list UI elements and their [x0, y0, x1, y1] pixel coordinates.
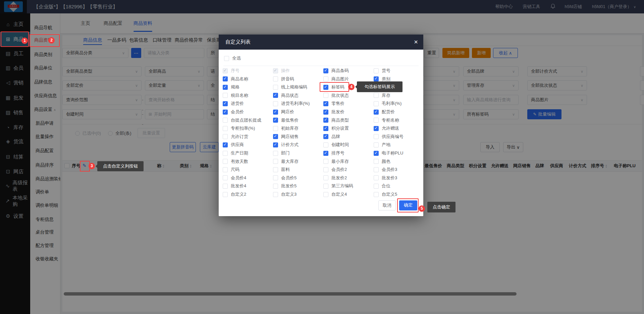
column-option[interactable]: 允许赠送: [374, 125, 399, 131]
column-option[interactable]: 操作: [273, 68, 290, 74]
checkbox-icon[interactable]: [223, 126, 228, 131]
checkbox-icon[interactable]: [273, 101, 278, 106]
column-option[interactable]: 批发价2: [323, 175, 347, 181]
checkbox-icon[interactable]: [273, 110, 278, 115]
checkbox-icon[interactable]: [323, 184, 328, 189]
checkbox-icon[interactable]: [223, 68, 228, 73]
column-option[interactable]: 创建时间: [323, 142, 349, 148]
column-option[interactable]: 电子称PLU: [374, 150, 403, 156]
column-option[interactable]: 自定义4: [323, 191, 347, 197]
checkbox-icon[interactable]: [323, 151, 328, 156]
checkbox-icon[interactable]: [223, 93, 228, 98]
column-option[interactable]: 部门: [273, 150, 290, 156]
checkbox-icon[interactable]: [273, 85, 278, 90]
column-option[interactable]: 配货价: [374, 109, 395, 115]
column-option[interactable]: 最大库存: [273, 159, 299, 165]
column-option[interactable]: 自定义3: [273, 191, 297, 197]
checkbox-icon[interactable]: [273, 142, 278, 147]
checkbox-icon[interactable]: [273, 118, 278, 123]
checkbox-icon[interactable]: [223, 151, 228, 156]
column-option[interactable]: 允许订货: [223, 134, 248, 140]
checkbox-icon[interactable]: [323, 76, 328, 81]
column-option[interactable]: 商品状态: [273, 92, 299, 99]
checkbox-icon[interactable]: [323, 126, 328, 131]
column-option[interactable]: 品牌: [323, 134, 340, 140]
column-option[interactable]: 有效天数: [223, 159, 248, 165]
checkbox-icon[interactable]: [374, 118, 379, 123]
column-option[interactable]: 会员价: [223, 109, 244, 115]
checkbox-icon[interactable]: [223, 142, 228, 147]
checkbox-icon[interactable]: [223, 101, 228, 106]
column-option[interactable]: 自定义5: [374, 191, 397, 197]
close-icon[interactable]: ×: [414, 35, 418, 50]
checkbox-icon[interactable]: [374, 134, 379, 139]
checkbox-icon[interactable]: [323, 101, 328, 106]
checkbox-icon[interactable]: [374, 175, 379, 180]
column-option[interactable]: 网店价: [273, 109, 294, 115]
column-option[interactable]: 进货毛利率(%): [273, 101, 310, 107]
checkbox-icon[interactable]: [374, 126, 379, 131]
checkbox-icon[interactable]: [323, 159, 328, 164]
checkbox-icon[interactable]: [223, 184, 228, 189]
column-option[interactable]: 会员价2: [323, 167, 347, 173]
column-option[interactable]: 专柜扣率(%): [223, 125, 255, 131]
checkbox-icon[interactable]: [273, 175, 278, 180]
checkbox-icon[interactable]: [374, 68, 379, 73]
checkbox-icon[interactable]: [223, 192, 228, 197]
checkbox-icon[interactable]: [273, 192, 278, 197]
column-option[interactable]: 类别: [374, 76, 390, 82]
checkbox-icon[interactable]: [374, 167, 379, 172]
column-option[interactable]: 最小库存: [323, 159, 349, 165]
checkbox-icon[interactable]: [223, 110, 228, 115]
checkbox-icon[interactable]: [323, 110, 328, 115]
column-option[interactable]: 商品条码: [323, 68, 349, 74]
checkbox-icon[interactable]: [224, 56, 229, 61]
checkbox-icon[interactable]: [223, 134, 228, 139]
checkbox-icon[interactable]: [223, 76, 228, 81]
checkbox-icon[interactable]: [374, 184, 379, 189]
cancel-button[interactable]: 取消: [378, 200, 396, 210]
column-option[interactable]: 排序号: [323, 150, 344, 156]
checkbox-icon[interactable]: [374, 110, 379, 115]
checkbox-icon[interactable]: [323, 175, 328, 180]
column-option[interactable]: 零售价: [323, 101, 344, 107]
column-option[interactable]: 会员价5: [273, 175, 297, 181]
checkbox-icon[interactable]: [374, 192, 379, 197]
column-option[interactable]: 自定义2: [223, 191, 246, 197]
column-option[interactable]: 批次状态: [323, 92, 349, 99]
column-option[interactable]: 第三方编码: [323, 183, 353, 189]
column-option[interactable]: 批发价5: [273, 183, 297, 189]
column-option[interactable]: 库存: [374, 92, 390, 99]
column-option[interactable]: 序号: [223, 68, 239, 74]
column-option[interactable]: 线上规格编码: [273, 84, 307, 90]
column-option[interactable]: 商品名称: [223, 76, 248, 82]
column-option[interactable]: 初始库存: [273, 125, 299, 131]
checkbox-icon[interactable]: [374, 142, 379, 147]
checkbox-icon[interactable]: [273, 184, 278, 189]
checkbox-icon[interactable]: [223, 118, 228, 123]
column-option[interactable]: 商品图片: [323, 76, 349, 82]
column-option[interactable]: 商品类型: [323, 117, 349, 123]
column-option[interactable]: 生产日期: [223, 150, 248, 156]
column-option[interactable]: 供应商编号: [374, 134, 404, 140]
column-option[interactable]: 货号: [374, 68, 390, 74]
column-option[interactable]: 会员价3: [374, 167, 397, 173]
column-option[interactable]: 毛利率(%): [374, 101, 401, 107]
column-option[interactable]: 批发价3: [374, 175, 397, 181]
column-option[interactable]: 自提点团长提成: [223, 117, 261, 123]
checkbox-icon[interactable]: [323, 93, 328, 98]
column-option[interactable]: 拼音码: [273, 76, 294, 82]
checkbox-icon[interactable]: [273, 151, 278, 156]
checkbox-icon[interactable]: [323, 68, 328, 73]
checkbox-icon[interactable]: [273, 126, 278, 131]
column-option[interactable]: 尺码: [223, 167, 239, 173]
checkbox-icon[interactable]: [323, 118, 328, 123]
checkbox-icon[interactable]: [374, 101, 379, 106]
checkbox-icon[interactable]: [273, 167, 278, 172]
checkbox-icon[interactable]: [273, 159, 278, 164]
column-option[interactable]: 会员价4: [223, 175, 246, 181]
column-option[interactable]: 积分设置: [323, 125, 349, 131]
column-option[interactable]: 批发价: [323, 109, 344, 115]
checkbox-icon[interactable]: [273, 134, 278, 139]
checkbox-icon[interactable]: [374, 76, 379, 81]
